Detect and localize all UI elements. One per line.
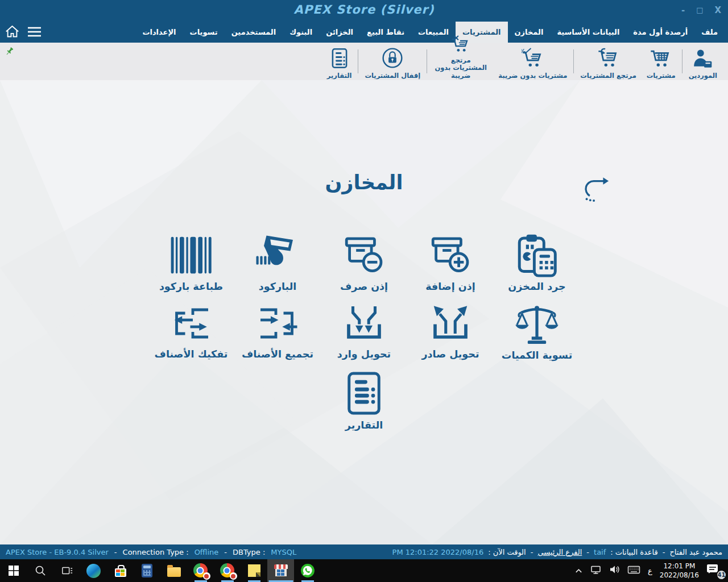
barcode-print-icon [168, 232, 214, 278]
transfer-in-icon [342, 301, 386, 346]
home-icon[interactable] [5, 24, 20, 41]
chrome-icon-2[interactable] [214, 559, 241, 582]
menu-item-safes[interactable]: الخزائن [319, 22, 360, 43]
app-title: APEX Store (Silver) [294, 3, 435, 16]
start-button[interactable] [0, 559, 27, 582]
volume-icon[interactable] [609, 565, 620, 576]
task-view-icon[interactable] [53, 559, 80, 582]
file-explorer-icon[interactable] [160, 559, 187, 582]
ribbon-separator [682, 49, 682, 73]
hidden-icons-chevron-icon[interactable] [574, 566, 583, 576]
add-permit-icon [428, 232, 473, 278]
tile-transfer-in[interactable]: تحويل وارد [321, 301, 407, 361]
current-time-value: PM 12:01:22 2022/08/16 [392, 548, 484, 556]
tile-barcode-scanner[interactable]: الباركود [234, 232, 321, 292]
current-time-label: الوقت الآن : [488, 548, 526, 556]
notifications-icon[interactable]: 41 [706, 563, 723, 578]
tile-grid: جرد المخزن إذن إضافة [142, 232, 586, 440]
whatsapp-icon[interactable] [294, 559, 321, 582]
minimize-button[interactable]: - [681, 5, 685, 16]
reports-icon [344, 370, 384, 417]
cart-icon [650, 48, 672, 71]
ribbon-separator [427, 49, 427, 73]
ribbon-purchases-button[interactable]: مشتريات [642, 48, 681, 80]
connection-type-value: Offline [195, 548, 219, 556]
menu-bar: ملف أرصدة أول مدة البيانات الأساسية المخ… [0, 22, 728, 43]
tile-barcode-print[interactable]: طباعة باركود [148, 232, 234, 292]
cart-return-no-tax-icon [450, 35, 471, 56]
title-bar: APEX Store (Silver) - □ X [0, 0, 728, 22]
quantity-adjust-icon [514, 301, 560, 347]
menu-item-file[interactable]: ملف [694, 22, 725, 43]
menu-item-pos[interactable]: نقاط البيع [360, 22, 411, 43]
apex-store-taskbar-icon[interactable] [267, 559, 294, 582]
sticky-notes-icon[interactable] [241, 559, 267, 582]
menu-item-banks[interactable]: البنوك [283, 22, 319, 43]
ribbon-purchase-returns-button[interactable]: مرتجع المشتريات [575, 47, 641, 80]
menu-item-basic-data[interactable]: البيانات الأساسية [550, 22, 626, 43]
menu-item-users[interactable]: المستخدمين [225, 22, 283, 43]
app-version: APEX Store - EB-9.0.4 Silver [6, 548, 109, 556]
clock[interactable]: 12:01 PM 2022/08/16 [660, 562, 699, 580]
separator: - [114, 548, 117, 556]
cart-no-tax-icon: % [522, 47, 544, 71]
chrome-badge [203, 572, 210, 580]
maximize-button[interactable]: □ [696, 5, 703, 16]
refresh-arrow-icon[interactable] [580, 174, 610, 206]
menu-item-opening-balances[interactable]: أرصدة أول مدة [626, 22, 694, 43]
ribbon-toolbar: الموردين مشتريات مرتجع المشتريات % مشتري… [0, 43, 728, 81]
connection-type-label: Connection Type : [123, 548, 189, 556]
ribbon-reports-button[interactable]: التقارير [322, 48, 357, 80]
separator: - [663, 548, 665, 556]
tile-reports[interactable]: التقارير [321, 370, 407, 431]
menu-item-settings[interactable]: الإعدادات [135, 22, 183, 43]
microsoft-store-icon[interactable] [107, 559, 134, 582]
split-items-icon [169, 301, 213, 346]
pin-icon[interactable] [5, 46, 15, 59]
main-content: المخازن [0, 80, 728, 544]
tile-split-items[interactable]: تفكيك الأصناف [148, 301, 234, 361]
keyboard-icon[interactable] [627, 566, 640, 576]
status-right: محمود عبد الفتاح - قاعدة البيانات : taif… [392, 548, 722, 556]
cart-return-icon [597, 47, 620, 71]
lock-icon [382, 47, 403, 71]
merge-items-icon [255, 301, 300, 346]
supplier-icon [692, 48, 714, 71]
edge-icon[interactable] [80, 559, 107, 582]
tile-merge-items[interactable]: تجميع الأصناف [234, 301, 321, 361]
tile-issue-permit[interactable]: إذن صرف [321, 232, 407, 292]
page-title: المخازن [0, 171, 728, 194]
tile-add-permit[interactable]: إذن إضافة [407, 232, 494, 292]
separator: - [224, 548, 227, 556]
branch-link[interactable]: الفرع الرئيسى [537, 548, 582, 556]
ribbon-purchases-no-tax-button[interactable]: % مشتريات بدون ضريبة [493, 47, 572, 80]
report-icon [331, 48, 348, 71]
chrome-icon[interactable] [187, 559, 214, 582]
tile-transfer-out[interactable]: تحويل صادر [407, 301, 494, 361]
language-indicator[interactable]: ع [648, 567, 652, 575]
hamburger-menu-icon[interactable] [27, 26, 42, 40]
separator: - [586, 548, 589, 556]
notification-count-badge: 41 [716, 569, 727, 580]
transfer-out-icon [428, 301, 473, 346]
ribbon-purchase-returns-no-tax-button[interactable]: مرتجع المشتريات بدون ضريبة [428, 35, 493, 80]
stocktaking-icon [514, 232, 560, 278]
tile-stocktaking[interactable]: جرد المخزن [494, 232, 580, 292]
ribbon-close-purchases-button[interactable]: إقفال المشتريات [359, 47, 425, 80]
database-value: taif [594, 548, 606, 556]
ribbon-suppliers-button[interactable]: الموردين [684, 48, 722, 80]
svg-text:%: % [522, 48, 526, 55]
clock-date: 2022/08/16 [660, 571, 699, 580]
tile-quantity-adjust[interactable]: تسوية الكميات [494, 301, 580, 361]
dbtype-value: MYSQL [271, 548, 296, 556]
close-button[interactable]: X [714, 5, 721, 16]
network-icon[interactable] [590, 565, 602, 577]
menu-item-warehouses[interactable]: المخازن [508, 22, 551, 43]
search-icon[interactable] [27, 559, 53, 582]
status-bar: APEX Store - EB-9.0.4 Silver - Connectio… [0, 544, 728, 559]
user-name: محمود عبد الفتاح [669, 548, 722, 556]
menu-item-settlements[interactable]: تسويات [183, 22, 225, 43]
issue-permit-icon [341, 232, 387, 278]
calculator-icon[interactable] [134, 559, 160, 582]
chrome-badge [230, 572, 237, 580]
